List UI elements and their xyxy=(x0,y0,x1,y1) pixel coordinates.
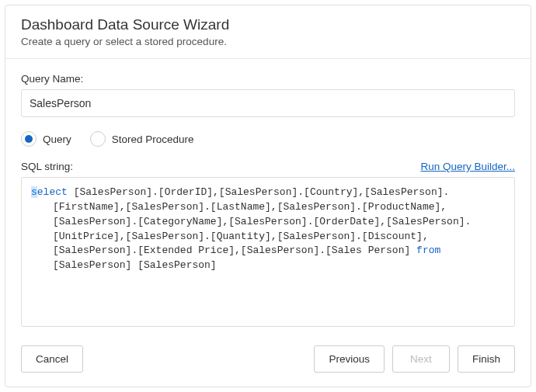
next-button: Next xyxy=(392,345,450,373)
cancel-button[interactable]: Cancel xyxy=(21,345,83,373)
previous-button[interactable]: Previous xyxy=(314,345,385,373)
radio-query-label: Query xyxy=(43,134,71,145)
wizard-body: Query Name: Query Stored Procedure SQL s… xyxy=(5,59,531,335)
wizard-dialog: Dashboard Data Source Wizard Create a qu… xyxy=(5,5,531,387)
sql-string-label: SQL string: xyxy=(21,161,73,172)
query-type-radio-group: Query Stored Procedure xyxy=(21,131,515,147)
radio-stored-procedure[interactable]: Stored Procedure xyxy=(90,131,194,147)
finish-button[interactable]: Finish xyxy=(458,345,515,373)
run-query-builder-link[interactable]: Run Query Builder... xyxy=(420,161,515,172)
sql-header-row: SQL string: Run Query Builder... xyxy=(21,161,515,172)
sql-cursor-selection: s xyxy=(31,186,37,198)
radio-icon xyxy=(21,131,37,147)
radio-stored-proc-label: Stored Procedure xyxy=(112,134,194,145)
wizard-title: Dashboard Data Source Wizard xyxy=(21,16,515,33)
query-name-input[interactable] xyxy=(21,89,515,117)
radio-icon xyxy=(90,131,106,147)
wizard-header: Dashboard Data Source Wizard Create a qu… xyxy=(5,5,531,59)
wizard-subtitle: Create a query or select a stored proced… xyxy=(21,36,515,47)
wizard-footer: Cancel Previous Next Finish xyxy=(5,335,531,387)
radio-query[interactable]: Query xyxy=(21,131,71,147)
query-name-label: Query Name: xyxy=(21,73,515,85)
sql-editor[interactable]: select [SalesPerson].[OrderID],[SalesPer… xyxy=(21,177,515,327)
